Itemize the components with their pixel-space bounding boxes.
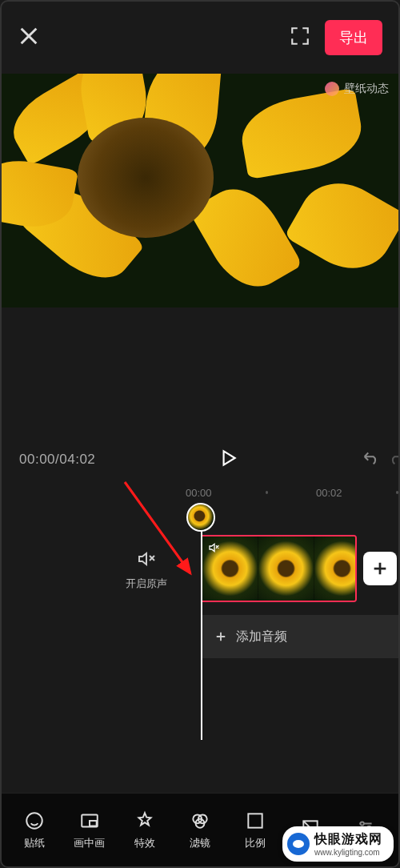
effects-icon <box>134 810 155 831</box>
ruler-dot <box>266 491 268 494</box>
tool-label: 贴纸 <box>24 836 45 850</box>
clip-thumbnail <box>258 536 314 601</box>
site-url: www.kyligting.com <box>314 848 380 857</box>
video-track <box>202 535 398 602</box>
redo-button[interactable] <box>387 449 400 470</box>
plus-icon <box>214 629 228 644</box>
fullscreen-button[interactable] <box>290 26 310 50</box>
add-audio-button[interactable]: 添加音频 <box>202 615 398 658</box>
add-clip-button[interactable] <box>363 552 397 585</box>
video-clip[interactable] <box>202 535 357 602</box>
clip-mute-icon <box>207 541 222 557</box>
tool-label: 比例 <box>245 836 266 850</box>
tool-sticker[interactable]: 贴纸 <box>6 810 62 850</box>
sound-toggle-label: 开启原声 <box>126 577 167 591</box>
svg-point-9 <box>361 822 364 825</box>
timeline: 00:00 00:02 开启原声 <box>2 480 398 679</box>
tool-label: 画中画 <box>74 836 105 850</box>
total-time: 04:02 <box>59 452 95 467</box>
preview-watermark: 壁纸动态 <box>325 82 389 96</box>
preview-image <box>2 74 398 307</box>
original-sound-toggle[interactable]: 开启原声 <box>126 549 167 591</box>
ruler-dot <box>396 491 398 494</box>
svg-rect-7 <box>248 814 262 827</box>
sticker-icon <box>24 810 45 831</box>
watermark-logo-icon <box>325 82 339 96</box>
export-button[interactable]: 导出 <box>325 20 382 55</box>
export-label: 导出 <box>339 28 368 47</box>
tool-label: 滤镜 <box>190 836 210 850</box>
watermark-text: 壁纸动态 <box>344 82 389 96</box>
svg-rect-3 <box>90 821 97 826</box>
site-logo-icon <box>287 833 310 855</box>
site-watermark: 快眼游戏网 www.kyligting.com <box>282 826 394 862</box>
playhead-thumbnail[interactable] <box>186 503 215 532</box>
undo-button[interactable] <box>360 449 381 470</box>
tool-effects[interactable]: 特效 <box>117 810 172 850</box>
ratio-icon <box>245 810 266 831</box>
play-button[interactable] <box>218 448 238 472</box>
add-audio-label: 添加音频 <box>236 629 287 645</box>
plus-icon <box>371 560 389 577</box>
site-title: 快眼游戏网 <box>314 831 382 848</box>
clip-thumbnail <box>314 536 357 601</box>
current-time: 00:00 <box>19 452 55 467</box>
timeline-ruler[interactable]: 00:00 00:02 <box>2 480 398 504</box>
filter-icon <box>190 810 210 831</box>
ruler-tick: 00:02 <box>316 487 348 499</box>
playhead-line[interactable] <box>201 530 202 740</box>
tool-label: 特效 <box>134 836 155 850</box>
svg-point-1 <box>26 813 42 829</box>
video-preview[interactable]: 壁纸动态 <box>2 74 398 307</box>
tool-filter[interactable]: 滤镜 <box>172 810 227 850</box>
pip-icon <box>79 810 100 831</box>
play-controls: 00:00/04:02 <box>2 444 398 476</box>
tool-ratio[interactable]: 比例 <box>228 810 283 850</box>
timecode: 00:00/04:02 <box>19 452 95 468</box>
speaker-muted-icon <box>135 549 158 569</box>
close-button[interactable] <box>18 25 40 50</box>
ruler-tick: 00:00 <box>186 487 218 499</box>
tool-pip[interactable]: 画中画 <box>62 810 117 850</box>
top-bar: 导出 <box>2 2 398 74</box>
